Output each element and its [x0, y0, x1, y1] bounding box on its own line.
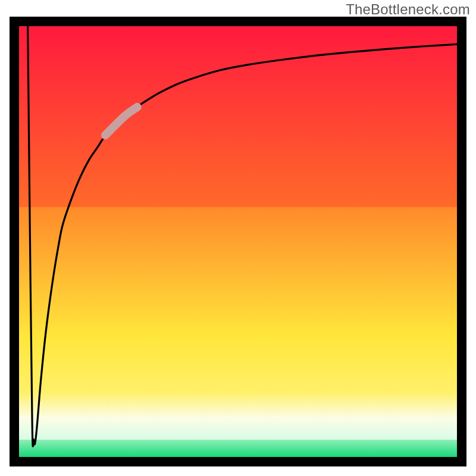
- curve-svg: [19, 26, 457, 457]
- plot-area: [19, 26, 457, 457]
- chart-container: TheBottleneck.com: [0, 0, 476, 476]
- bottleneck-curve: [28, 26, 457, 446]
- plot-frame: [10, 17, 466, 466]
- watermark-text: TheBottleneck.com: [346, 1, 470, 18]
- highlight-segment: [105, 107, 137, 136]
